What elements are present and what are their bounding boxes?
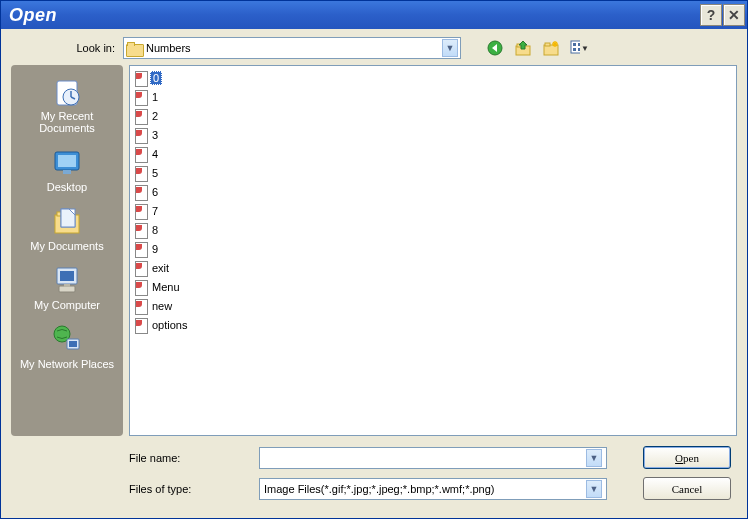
svg-rect-20 (63, 170, 71, 174)
svg-rect-25 (60, 271, 74, 281)
image-file-icon (134, 223, 148, 237)
file-item[interactable]: 5 (132, 163, 734, 182)
file-name: new (150, 300, 174, 312)
svg-rect-4 (545, 43, 550, 46)
image-file-icon (134, 71, 148, 85)
file-name: 6 (150, 186, 160, 198)
file-item[interactable]: 7 (132, 201, 734, 220)
chevron-down-icon[interactable]: ▼ (586, 480, 602, 498)
chevron-down-icon: ▼ (581, 44, 589, 53)
file-name: 4 (150, 148, 160, 160)
file-item[interactable]: 9 (132, 239, 734, 258)
back-icon[interactable] (485, 38, 505, 58)
place-mycomputer[interactable]: My Computer (11, 260, 123, 319)
image-file-icon (134, 242, 148, 256)
file-item[interactable]: Menu (132, 277, 734, 296)
file-item[interactable]: 6 (132, 182, 734, 201)
place-label: My Network Places (20, 358, 114, 370)
image-file-icon (134, 185, 148, 199)
image-file-icon (134, 261, 148, 275)
image-file-icon (134, 280, 148, 294)
file-item[interactable]: 1 (132, 87, 734, 106)
image-file-icon (134, 147, 148, 161)
filename-input[interactable]: ▼ (259, 447, 607, 469)
place-label: My Recent Documents (15, 110, 119, 134)
file-item[interactable]: 3 (132, 125, 734, 144)
file-name: exit (150, 262, 171, 274)
open-dialog: Open ? ✕ Look in: Numbers ▼ (0, 0, 748, 519)
file-name: options (150, 319, 189, 331)
file-name: Menu (150, 281, 182, 293)
mycomputer-icon (51, 264, 83, 296)
file-name: 9 (150, 243, 160, 255)
file-name: 3 (150, 129, 160, 141)
svg-rect-12 (573, 48, 576, 51)
desktop-icon (51, 146, 83, 178)
svg-rect-10 (573, 43, 576, 46)
mydocs-icon (51, 205, 83, 237)
filetype-label: Files of type: (129, 483, 259, 495)
place-desktop[interactable]: Desktop (11, 142, 123, 201)
titlebar: Open ? ✕ (1, 1, 747, 29)
place-mydocs[interactable]: My Documents (11, 201, 123, 260)
place-label: My Computer (34, 299, 100, 311)
chevron-down-icon[interactable]: ▼ (586, 449, 602, 467)
help-button[interactable]: ? (700, 4, 722, 26)
file-item[interactable]: 4 (132, 144, 734, 163)
file-item[interactable]: options (132, 315, 734, 334)
lookin-value: Numbers (146, 42, 442, 54)
svg-rect-11 (578, 43, 580, 46)
svg-rect-19 (58, 155, 76, 167)
file-item[interactable]: 2 (132, 106, 734, 125)
image-file-icon (134, 299, 148, 313)
file-item[interactable]: 0 (132, 68, 734, 87)
file-item[interactable]: new (132, 296, 734, 315)
place-network[interactable]: My Network Places (11, 319, 123, 378)
place-label: Desktop (47, 181, 87, 193)
place-label: My Documents (30, 240, 103, 252)
file-name: 8 (150, 224, 160, 236)
up-one-level-icon[interactable] (513, 38, 533, 58)
file-name: 7 (150, 205, 160, 217)
cancel-button[interactable]: Cancel (643, 477, 731, 500)
file-name: 1 (150, 91, 160, 103)
chevron-down-icon[interactable]: ▼ (442, 39, 458, 57)
recent-icon (51, 75, 83, 107)
image-file-icon (134, 166, 148, 180)
open-button[interactable]: Open (643, 446, 731, 469)
file-list[interactable]: 0123456789exitMenunewoptions (129, 65, 737, 436)
network-icon (51, 323, 83, 355)
window-title: Open (9, 5, 699, 26)
image-file-icon (134, 128, 148, 142)
image-file-icon (134, 109, 148, 123)
filename-label: File name: (129, 452, 259, 464)
folder-icon (126, 42, 142, 55)
lookin-label: Look in: (63, 42, 123, 54)
file-name: 5 (150, 167, 160, 179)
file-item[interactable]: 8 (132, 220, 734, 239)
image-file-icon (134, 318, 148, 332)
place-recent[interactable]: My Recent Documents (11, 71, 123, 142)
image-file-icon (134, 90, 148, 104)
file-name: 2 (150, 110, 160, 122)
file-item[interactable]: exit (132, 258, 734, 277)
svg-rect-13 (578, 48, 580, 51)
file-name: 0 (150, 71, 162, 85)
places-bar: My Recent DocumentsDesktopMy DocumentsMy… (11, 65, 123, 436)
svg-rect-9 (571, 41, 580, 53)
filetype-select[interactable]: Image Files(*.gif;*.jpg;*.jpeg;*.bmp;*.w… (259, 478, 607, 500)
new-folder-icon[interactable] (541, 38, 561, 58)
views-icon[interactable]: ▼ (569, 38, 589, 58)
svg-rect-27 (64, 284, 70, 287)
lookin-combo[interactable]: Numbers ▼ (123, 37, 461, 59)
close-button[interactable]: ✕ (723, 4, 745, 26)
svg-rect-30 (69, 341, 77, 347)
image-file-icon (134, 204, 148, 218)
